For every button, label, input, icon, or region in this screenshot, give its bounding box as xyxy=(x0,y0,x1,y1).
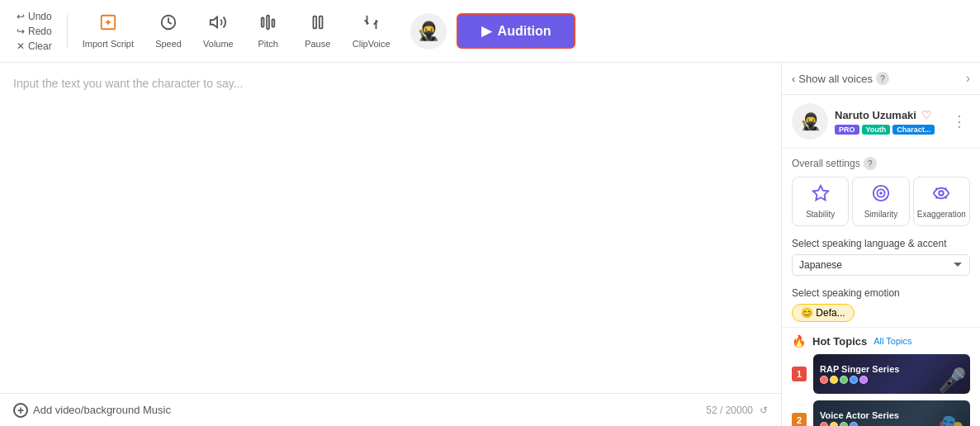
voice-badges: PRO Youth Charact... xyxy=(835,125,942,135)
editor-pane: Input the text you want the character to… xyxy=(0,63,782,426)
redo-button[interactable]: ↪ Redo xyxy=(13,24,55,39)
topic-card-voice[interactable]: Voice Actor Series 🎭 xyxy=(813,400,970,426)
main-area: Input the text you want the character to… xyxy=(0,63,980,426)
clip-voice-button[interactable]: ClipVoice xyxy=(344,8,399,54)
undo-label: Undo xyxy=(28,11,52,22)
volume-label: Volume xyxy=(203,39,234,49)
svg-rect-7 xyxy=(320,17,323,29)
hot-badge-icon: 🔥 xyxy=(792,334,806,348)
clear-button[interactable]: ✕ Clear xyxy=(13,39,55,54)
topic-item-2[interactable]: 2 Voice Actor Series 🎭 xyxy=(792,400,970,426)
badge-youth: Youth xyxy=(862,125,891,135)
dot xyxy=(830,422,838,426)
voice-name-row: Naruto Uzumaki ♡ xyxy=(835,108,942,121)
similarity-card[interactable]: Similarity xyxy=(852,177,909,226)
hot-topics-header: 🔥 Hot Topics All Topics xyxy=(792,334,970,348)
speed-button[interactable]: Speed xyxy=(145,8,192,54)
svg-marker-12 xyxy=(812,186,827,200)
all-topics-link[interactable]: All Topics xyxy=(873,336,911,346)
exaggeration-card[interactable]: Exaggeration xyxy=(913,177,970,226)
topic-person-icon-1: 🎤 xyxy=(938,367,967,394)
language-section: Select speaking language & accent Japane… xyxy=(782,231,980,282)
divider-1 xyxy=(67,15,68,48)
topic-dots-2 xyxy=(820,422,858,426)
text-placeholder: Input the text you want the character to… xyxy=(13,77,243,90)
emotion-value: 😊 Defa... xyxy=(801,307,845,319)
clip-voice-label: ClipVoice xyxy=(353,39,391,49)
language-select[interactable]: Japanese English Chinese xyxy=(792,254,970,276)
dot xyxy=(830,376,838,384)
volume-button[interactable]: Volume xyxy=(195,8,242,54)
settings-icons: Stability Similarity xyxy=(792,177,970,226)
emotion-label: Select speaking emotion xyxy=(792,287,970,299)
right-panel: ‹ Show all voices ? › 🥷 Naruto Uzumaki ♡… xyxy=(782,63,980,426)
clip-voice-icon xyxy=(362,13,381,36)
redo-label: Redo xyxy=(28,26,52,37)
overall-settings-label: Overall settings xyxy=(792,158,860,169)
stability-card[interactable]: Stability xyxy=(792,177,849,226)
refresh-icon[interactable]: ↺ xyxy=(760,405,768,416)
badge-pro: PRO xyxy=(835,125,859,135)
show-voices-link[interactable]: ‹ Show all voices ? xyxy=(792,72,889,85)
voice-name: Naruto Uzumaki xyxy=(835,109,916,121)
add-music-button[interactable]: + Add video/background Music xyxy=(13,403,171,418)
clear-icon: ✕ xyxy=(17,40,25,52)
pause-button[interactable]: Pause xyxy=(295,8,341,54)
dot xyxy=(850,376,858,384)
topic-title-2: Voice Actor Series xyxy=(820,410,899,420)
panel-top-bar: ‹ Show all voices ? › xyxy=(782,63,980,95)
emotion-tag[interactable]: 😊 Defa... xyxy=(792,304,855,322)
topic-dots-1 xyxy=(820,376,868,384)
word-count-value: 52 / 20000 xyxy=(706,405,753,416)
svg-rect-3 xyxy=(262,18,264,27)
svg-point-16 xyxy=(940,191,944,196)
pause-label: Pause xyxy=(305,39,330,49)
dot xyxy=(840,422,848,426)
undo-button[interactable]: ↩ Undo xyxy=(13,9,55,24)
clear-label: Clear xyxy=(28,40,52,52)
collapse-button[interactable]: › xyxy=(966,71,970,86)
volume-icon xyxy=(209,13,227,36)
undo-redo-clear: ↩ Undo ↪ Redo ✕ Clear xyxy=(8,7,60,55)
language-label: Select speaking language & accent xyxy=(792,238,970,249)
more-options-button[interactable]: ⋮ xyxy=(949,112,970,130)
topic-card-rap[interactable]: RAP Singer Series 🎤 xyxy=(813,354,970,394)
pitch-button[interactable]: Pitch xyxy=(245,8,291,54)
character-avatar[interactable]: 🥷 xyxy=(410,13,447,50)
undo-icon: ↩ xyxy=(17,11,25,22)
topic-number-1: 1 xyxy=(792,367,807,381)
word-count-area: 52 / 20000 ↺ xyxy=(706,405,768,416)
add-music-label: Add video/background Music xyxy=(33,404,171,416)
import-script-label: Import Script xyxy=(83,39,134,49)
svg-marker-2 xyxy=(211,17,217,28)
exaggeration-icon xyxy=(932,184,950,206)
redo-icon: ↪ xyxy=(17,26,25,37)
stability-label: Stability xyxy=(806,210,835,219)
overall-settings: Overall settings ? Stability xyxy=(782,149,980,231)
stability-icon xyxy=(812,184,830,206)
svg-rect-5 xyxy=(272,19,274,26)
audition-button[interactable]: ▶ Audition xyxy=(457,13,576,49)
import-script-button[interactable]: Import Script xyxy=(74,8,142,54)
topic-person-icon-2: 🎭 xyxy=(938,413,967,426)
heart-icon[interactable]: ♡ xyxy=(921,108,932,121)
dot xyxy=(820,422,828,426)
speed-label: Speed xyxy=(155,39,182,49)
badge-charact: Charact... xyxy=(892,125,935,135)
import-script-icon xyxy=(99,13,117,36)
dot xyxy=(840,376,848,384)
text-area-wrapper[interactable]: Input the text you want the character to… xyxy=(0,63,781,393)
dot xyxy=(859,376,868,384)
topic-title-1: RAP Singer Series xyxy=(820,364,899,374)
chevron-left-icon: ‹ xyxy=(792,73,795,85)
voice-details: Naruto Uzumaki ♡ PRO Youth Charact... xyxy=(835,108,942,135)
bottom-bar: + Add video/background Music 52 / 20000 … xyxy=(0,393,781,426)
toolbar: ↩ Undo ↪ Redo ✕ Clear Import Script xyxy=(0,0,980,63)
speed-icon xyxy=(159,13,178,36)
topic-item-1[interactable]: 1 RAP Singer Series 🎤 xyxy=(792,354,970,394)
similarity-icon xyxy=(872,184,890,206)
dot xyxy=(820,376,828,384)
pitch-label: Pitch xyxy=(258,39,278,49)
similarity-label: Similarity xyxy=(864,210,898,219)
svg-point-15 xyxy=(880,192,882,194)
